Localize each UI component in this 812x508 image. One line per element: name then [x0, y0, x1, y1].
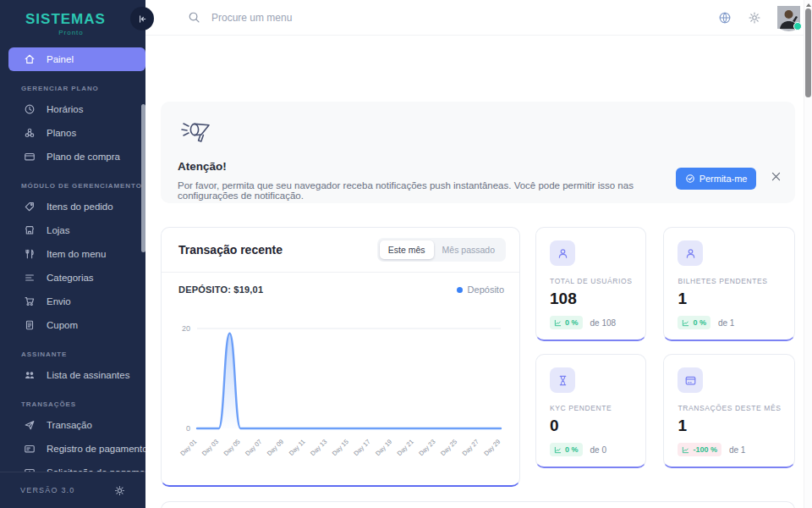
chart-line-icon [554, 319, 562, 327]
person-icon [684, 247, 697, 260]
sidebar-item-lista-de-assinantes[interactable]: Lista de assinantes [0, 363, 145, 387]
sidebar-item-envio[interactable]: Envio [0, 290, 145, 313]
svg-text:Day 13: Day 13 [309, 438, 328, 457]
sidebar-item-label: Planos [47, 128, 76, 138]
legend-label: Depósito [468, 284, 504, 295]
svg-text:0: 0 [186, 424, 190, 433]
sidebar-item-label: Cupom [47, 320, 78, 330]
store-icon [24, 224, 36, 236]
sidebar-item-solicitac-a-o-de-pagamento[interactable]: Solicitação de pagamento [0, 461, 145, 472]
chart-line-icon [682, 319, 689, 327]
trend-badge: 0 % [550, 316, 583, 329]
language-globe-button[interactable] [718, 11, 732, 25]
search-bar [188, 11, 465, 24]
sidebar-section-header: GERENCIAR PLANO [21, 85, 145, 92]
recent-transactions-card: Transação recente Este mêsMês passado DE… [161, 227, 520, 487]
sidebar-item-planos[interactable]: Planos [0, 121, 145, 145]
sidebar-collapse-button[interactable] [130, 7, 154, 30]
clock-icon [24, 103, 36, 115]
chart-line-icon [554, 446, 562, 454]
banner-message: Por favor, permita que seu navegador rec… [178, 180, 682, 201]
online-status-dot [793, 22, 802, 30]
legend-dot [457, 287, 463, 293]
svg-text:Day 17: Day 17 [352, 438, 371, 457]
dashboard-cards-row: Transação recente Este mêsMês passado DE… [161, 227, 795, 487]
sidebar-nav: PainelGERENCIAR PLANOHoráriosPlanosPlano… [0, 47, 145, 472]
svg-text:Day 29: Day 29 [482, 438, 502, 457]
search-input[interactable] [211, 12, 465, 24]
next-card-partial [161, 501, 795, 508]
notification-banner: Atenção! Por favor, permita que seu nave… [161, 102, 795, 203]
sidebar-item-lojas[interactable]: Lojas [0, 218, 145, 242]
sidebar-item-painel[interactable]: Painel [8, 47, 145, 71]
svg-text:Day 03: Day 03 [200, 438, 220, 457]
stat-card-2: KYC PENDENTE00 %de 0 [535, 354, 646, 468]
period-tab-0[interactable]: Este mês [380, 240, 434, 259]
sidebar-section-header: TRANSAÇÕES [21, 400, 145, 408]
period-tab-1[interactable]: Mês passado [434, 240, 503, 259]
theme-toggle-button[interactable] [114, 485, 125, 496]
sidebar-item-transac-a-o[interactable]: Transação [0, 413, 145, 437]
stat-card-1: BILHETES PENDENTES10 %de 1 [663, 227, 795, 341]
sidebar-item-registro-de-pagamentos[interactable]: Registro de pagamentos [0, 437, 145, 461]
sidebar-item-label: Categorias [47, 273, 94, 283]
sidebar-item-plano-de-compra[interactable]: Plano de compra [0, 145, 145, 168]
trend-badge: -100 % [678, 443, 721, 456]
stat-icon-box [678, 367, 703, 393]
logo-subtitle: Pronto [25, 29, 117, 36]
sidebar-item-label: Registro de pagamentos [47, 444, 145, 454]
bank-card-icon [684, 374, 697, 387]
sidebar-item-item-do-menu[interactable]: Item do menu [0, 242, 145, 266]
topbar-actions [718, 6, 810, 29]
allow-button-label: Permita-me [700, 174, 748, 184]
svg-text:Day 01: Day 01 [178, 438, 198, 457]
sidebar-item-categorias[interactable]: Categorias [0, 266, 145, 290]
svg-text:Day 21: Day 21 [396, 438, 415, 457]
chart-card-header: Transação recente Este mêsMês passado [162, 228, 519, 273]
sidebar-item-label: Painel [47, 54, 74, 64]
deposit-summary-label: DEPÓSITO: $19,01 [178, 284, 263, 295]
stat-value: 1 [678, 290, 781, 308]
svg-text:Day 19: Day 19 [374, 438, 393, 457]
close-icon [771, 171, 782, 182]
settings-gear-button[interactable] [748, 11, 761, 25]
sidebar-item-label: Plano de compra [47, 152, 120, 162]
user-avatar[interactable] [777, 6, 800, 29]
sidebar-item-hora-rios[interactable]: Horários [0, 97, 145, 121]
stat-value: 0 [550, 417, 632, 435]
megaphone-icon [178, 137, 218, 152]
svg-text:Day 15: Day 15 [331, 438, 350, 457]
banner-close-button[interactable] [771, 171, 782, 182]
stat-label: TOTAL DE USUÁRIOS [550, 277, 632, 285]
svg-text:Day 11: Day 11 [288, 438, 307, 457]
utensils-icon [24, 248, 36, 260]
stat-value: 1 [678, 417, 781, 435]
page-content: Atenção! Por favor, permita que seu nave… [145, 36, 812, 508]
check-circle-icon [685, 174, 695, 184]
trend-badge: 0 % [678, 316, 710, 329]
sidebar-item-itens-do-pedido[interactable]: Itens do pedido [0, 195, 145, 218]
sun-icon [114, 485, 125, 496]
collapse-sidebar-icon [137, 14, 148, 25]
page-scrollbar[interactable] [804, 0, 812, 508]
globe-icon [718, 11, 732, 25]
sidebar-item-cupom[interactable]: Cupom [0, 313, 145, 337]
stat-value: 108 [550, 290, 632, 308]
allow-notifications-button[interactable]: Permita-me [676, 168, 757, 190]
chart-body: 020Day 01Day 03Day 05Day 07Day 09Day 11D… [162, 306, 519, 483]
stat-card-3: TRANSAÇÕES DESTE MÊS1-100 %de 1 [663, 354, 795, 468]
sidebar-item-label: Envio [47, 296, 71, 306]
search-icon [188, 11, 200, 24]
stat-icon-box [550, 367, 575, 393]
person-icon [557, 247, 569, 260]
scrollbar-up-arrow[interactable] [806, 3, 811, 7]
trend-badge: 0 % [550, 443, 583, 456]
sidebar-item-label: Lista de assinantes [47, 370, 129, 380]
chart-summary-row: DEPÓSITO: $19,01 Depósito [162, 273, 519, 306]
stat-icon-box [678, 240, 703, 266]
check-circle-icon [685, 174, 695, 184]
version-label: VERSÃO 3.0 [20, 486, 75, 494]
search-icon [188, 11, 200, 24]
stat-label: TRANSAÇÕES DESTE MÊS [678, 404, 781, 412]
scrollbar-thumb[interactable] [805, 8, 811, 97]
